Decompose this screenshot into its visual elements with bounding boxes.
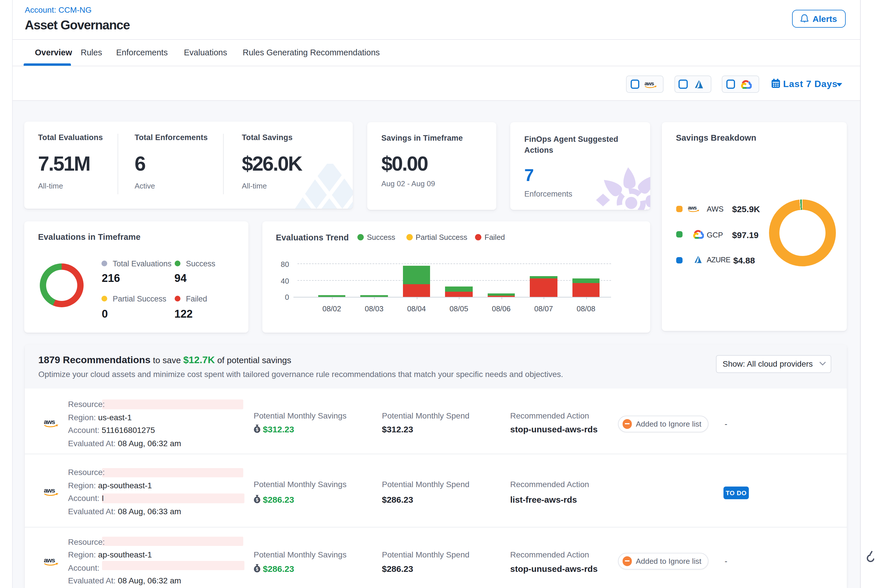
svg-text:aws: aws: [44, 418, 55, 425]
svg-text:$: $: [256, 497, 258, 502]
svg-text:aws: aws: [688, 205, 697, 211]
svg-text:$: $: [256, 566, 258, 571]
svg-text:$: $: [256, 427, 258, 432]
svg-text:aws: aws: [44, 486, 55, 494]
svg-text:aws: aws: [44, 556, 55, 564]
svg-text:aws: aws: [645, 80, 654, 87]
